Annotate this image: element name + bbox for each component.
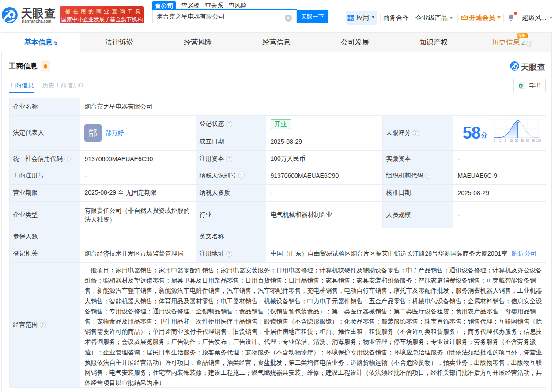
svg-text:50: 50 <box>515 139 518 142</box>
svg-text:100: 100 <box>536 139 541 142</box>
svg-text:99: 99 <box>531 139 535 142</box>
svg-text:97: 97 <box>526 139 529 142</box>
svg-text:3: 3 <box>505 139 506 142</box>
svg-text:0: 0 <box>494 139 495 142</box>
svg-text:1: 1 <box>499 139 501 142</box>
svg-text:85: 85 <box>520 139 524 142</box>
svg-text:15: 15 <box>509 139 513 142</box>
